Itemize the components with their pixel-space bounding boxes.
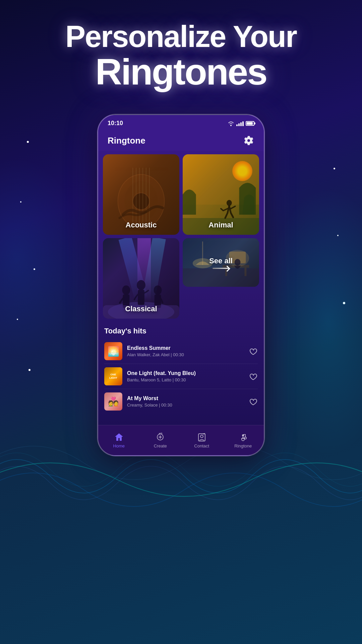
acoustic-label: Acoustic (103, 221, 179, 229)
nav-label-home: Home (113, 443, 125, 448)
animal-label: Animal (183, 221, 259, 229)
song-meta: Creamy, Solace | 00:30 (127, 402, 244, 408)
hero-section: Personalize Your Ringtones (0, 20, 362, 90)
svg-rect-21 (183, 268, 259, 287)
svg-rect-14 (138, 290, 144, 305)
battery-icon (246, 121, 254, 126)
app-title: Ringtone (108, 136, 145, 146)
song-item-at-my-worst[interactable]: At My Worst Creamy, Solace | 00:30 (104, 390, 258, 413)
see-all-arrow (213, 268, 229, 269)
contact-icon (197, 432, 207, 442)
song-item-endless-summer[interactable]: Endless Summer Alan Walker, Zak Abel | 0… (104, 339, 258, 363)
create-icon (155, 432, 165, 442)
sparkle-dot (28, 369, 31, 371)
song-info-endless-summer: Endless Summer Alan Walker, Zak Abel | 0… (127, 345, 244, 357)
song-meta: Bantu, Maroon 5, Latto | 00:30 (127, 377, 244, 382)
signal-icon (236, 121, 244, 126)
song-title: Endless Summer (127, 345, 244, 351)
category-card-classical[interactable]: Classical (103, 238, 179, 319)
nav-label-ringtone: Ringtone (234, 443, 252, 448)
svg-rect-24 (244, 268, 246, 276)
status-icons (228, 121, 254, 126)
ringtone-icon (238, 432, 248, 442)
song-title: At My Worst (127, 395, 244, 401)
favorite-button-endless-summer[interactable] (248, 346, 258, 356)
song-info-one-light: One Light (feat. Yung Bleu) Bantu, Maroo… (127, 370, 244, 382)
svg-point-20 (227, 200, 232, 206)
app-header: Ringtone (98, 129, 264, 151)
nav-item-home[interactable]: Home (98, 429, 140, 452)
category-card-see-all[interactable]: See all (183, 238, 259, 287)
svg-point-11 (122, 285, 130, 295)
song-thumb-at-my-worst (104, 392, 122, 411)
category-card-acoustic[interactable]: Acoustic (103, 154, 179, 235)
favorite-button-at-my-worst[interactable] (248, 397, 258, 406)
song-list: Endless Summer Alan Walker, Zak Abel | 0… (104, 339, 258, 413)
phone-mockup: 10:10 Ringtone (97, 114, 265, 456)
category-grid: Acoustic (98, 151, 264, 322)
svg-point-0 (247, 139, 250, 142)
favorite-button-one-light[interactable] (248, 372, 258, 381)
song-item-one-light[interactable]: ONELIGHT One Light (feat. Yung Bleu) Ban… (104, 365, 258, 388)
svg-point-13 (137, 280, 145, 290)
right-glow-decoration (261, 188, 362, 456)
hero-title-line2: Ringtones (0, 53, 362, 90)
classical-label: Classical (103, 305, 179, 313)
phone-screen-content: Acoustic (98, 151, 264, 454)
sparkle-dot (337, 235, 339, 236)
sparkle-dot (27, 141, 29, 143)
song-info-at-my-worst: At My Worst Creamy, Solace | 00:30 (127, 395, 244, 408)
sparkle-dot (343, 302, 345, 304)
category-card-animal[interactable]: Animal (183, 154, 259, 235)
sparkle-dot (34, 268, 35, 270)
status-bar: 10:10 (98, 115, 264, 129)
nav-label-contact: Contact (194, 443, 209, 448)
see-all-container: See all (209, 256, 233, 269)
todays-hits-section: Today's hits Endless Summer Alan Walker,… (98, 322, 264, 416)
bottom-navigation: Home Create Contact (98, 425, 264, 455)
wifi-icon (228, 121, 234, 126)
nav-item-ringtone[interactable]: Ringtone (223, 429, 264, 452)
nav-label-create: Create (154, 443, 167, 448)
thumb-text: ONELIGHT (109, 373, 117, 379)
svg-point-34 (200, 435, 203, 438)
see-all-text: See all (209, 256, 233, 265)
song-thumb-endless-summer (104, 342, 122, 360)
nav-item-contact[interactable]: Contact (181, 429, 223, 452)
svg-point-15 (154, 285, 162, 295)
status-time: 10:10 (108, 120, 123, 127)
song-divider (104, 389, 258, 389)
left-glow-decoration (0, 157, 84, 358)
svg-point-40 (242, 434, 244, 436)
song-divider (104, 364, 258, 364)
svg-point-3 (133, 193, 149, 210)
sparkle-dot (20, 201, 21, 203)
song-thumb-one-light: ONELIGHT (104, 367, 122, 385)
settings-button[interactable] (243, 135, 254, 146)
song-meta: Alan Walker, Zak Abel | 00:30 (127, 352, 244, 357)
song-title: One Light (feat. Yung Bleu) (127, 370, 244, 376)
nav-item-create[interactable]: Create (140, 429, 181, 452)
home-icon (114, 432, 124, 442)
section-title: Today's hits (104, 327, 258, 335)
hero-title-line1: Personalize Your (0, 20, 362, 53)
svg-point-29 (235, 259, 241, 266)
sparkle-dot (334, 168, 335, 169)
sparkle-dot (17, 319, 18, 320)
